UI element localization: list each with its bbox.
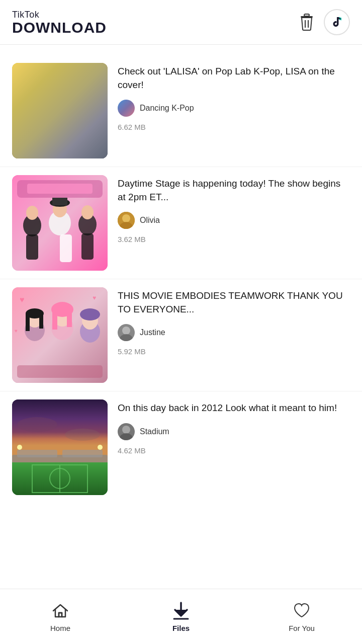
item-size-4: 4.62 MB — [118, 446, 350, 455]
item-info-2: Daytime Stage is happening today! The sh… — [118, 175, 350, 244]
thumbnail-2 — [12, 175, 108, 271]
svg-point-48 — [122, 327, 130, 335]
thumb-4-image — [12, 399, 108, 495]
download-icon — [171, 601, 191, 621]
item-title-2: Daytime Stage is happening today! The sh… — [118, 177, 350, 204]
svg-rect-37 — [39, 313, 43, 329]
svg-rect-65 — [59, 613, 62, 617]
author-name-2: Olivia — [140, 216, 160, 225]
svg-rect-46 — [17, 365, 103, 378]
nav-label-for-you: For You — [289, 624, 315, 632]
svg-rect-42 — [67, 309, 72, 327]
trash-button[interactable] — [298, 12, 316, 32]
app-title-download: DOWNLOAD — [12, 20, 107, 35]
heart-icon — [292, 601, 312, 621]
thumb-3-image: ♥ ♥ ♥ — [12, 287, 108, 383]
svg-rect-36 — [26, 313, 30, 331]
item-info-3: THIS MOVIE EMBODIES TEAMWORK THANK YOU T… — [118, 287, 350, 356]
item-author-4: Stadium — [118, 423, 350, 440]
svg-point-45 — [80, 308, 100, 320]
svg-rect-41 — [52, 309, 57, 330]
svg-rect-11 — [40, 128, 80, 158]
thumbnail-1 — [12, 63, 108, 158]
home-icon — [50, 601, 70, 621]
app-header: TikTok DOWNLOAD — [0, 0, 362, 45]
content-list: Check out 'LALISA' on Pop Lab K-Pop, LIS… — [0, 45, 362, 569]
svg-rect-22 — [60, 234, 72, 262]
svg-point-8 — [37, 80, 82, 116]
thumb-1-image — [12, 63, 108, 158]
author-avatar-3 — [118, 324, 135, 341]
svg-rect-55 — [62, 450, 103, 457]
nav-label-files: Files — [172, 624, 190, 632]
svg-point-63 — [122, 426, 130, 434]
item-info-4: On this day back in 2012 Look what it me… — [118, 399, 350, 455]
item-title-4: On this day back in 2012 Look what it me… — [118, 401, 350, 415]
thumbnail-4 — [12, 399, 108, 495]
header-actions — [298, 9, 350, 35]
author-avatar-2 — [118, 212, 135, 229]
svg-point-24 — [81, 205, 94, 219]
svg-point-16 — [26, 206, 38, 220]
item-size-3: 5.92 MB — [118, 347, 350, 356]
nav-item-for-you[interactable]: For You — [241, 601, 362, 632]
svg-point-52 — [65, 429, 100, 441]
tiktok-logo-icon — [328, 13, 346, 31]
nav-label-home: Home — [50, 624, 70, 632]
bottom-nav: Home Files For You — [0, 589, 362, 644]
item-info-1: Check out 'LALISA' on Pop Lab K-Pop, LIS… — [118, 63, 350, 131]
list-item[interactable]: On this day back in 2012 Look what it me… — [0, 391, 362, 503]
trash-icon — [299, 13, 315, 31]
svg-rect-9 — [37, 98, 42, 138]
svg-text:♥: ♥ — [15, 328, 18, 334]
author-avatar-4 — [118, 423, 135, 440]
svg-text:♥: ♥ — [20, 295, 25, 304]
app-title-tiktok: TikTok — [12, 10, 107, 20]
svg-rect-10 — [77, 98, 82, 138]
thumb-2-image — [12, 175, 108, 271]
author-avatar-1 — [118, 100, 135, 117]
item-title-1: Check out 'LALISA' on Pop Lab K-Pop, LIS… — [118, 65, 350, 92]
thumbnail-3: ♥ ♥ ♥ — [12, 287, 108, 383]
svg-rect-17 — [26, 234, 38, 260]
item-author-2: Olivia — [118, 212, 350, 229]
svg-point-7 — [40, 83, 80, 133]
svg-point-51 — [17, 417, 57, 432]
item-author-3: Justine — [118, 324, 350, 341]
item-size-2: 3.62 MB — [118, 235, 350, 244]
app-logo: TikTok DOWNLOAD — [12, 10, 107, 35]
nav-item-files[interactable]: Files — [121, 601, 241, 632]
author-name-1: Dancing K-Pop — [140, 104, 194, 113]
svg-rect-5 — [12, 63, 108, 158]
svg-rect-54 — [17, 450, 57, 457]
list-item[interactable]: ♥ ♥ ♥ — [0, 279, 362, 391]
author-name-4: Stadium — [140, 427, 169, 436]
svg-point-27 — [122, 214, 130, 222]
svg-rect-1 — [304, 14, 309, 16]
svg-point-6 — [32, 80, 87, 101]
svg-point-61 — [98, 445, 103, 450]
svg-rect-21 — [52, 198, 67, 205]
item-size-1: 6.62 MB — [118, 123, 350, 131]
list-item[interactable]: Check out 'LALISA' on Pop Lab K-Pop, LIS… — [0, 55, 362, 167]
nav-item-home[interactable]: Home — [0, 601, 121, 632]
list-item[interactable]: Daytime Stage is happening today! The sh… — [0, 167, 362, 279]
tiktok-avatar[interactable] — [324, 9, 350, 35]
item-author-1: Dancing K-Pop — [118, 100, 350, 117]
svg-text:♥: ♥ — [93, 294, 96, 301]
svg-rect-14 — [27, 184, 93, 194]
svg-point-60 — [17, 445, 22, 450]
item-title-3: THIS MOVIE EMBODIES TEAMWORK THANK YOU T… — [118, 289, 350, 316]
author-name-3: Justine — [140, 328, 165, 337]
svg-rect-25 — [81, 233, 94, 260]
